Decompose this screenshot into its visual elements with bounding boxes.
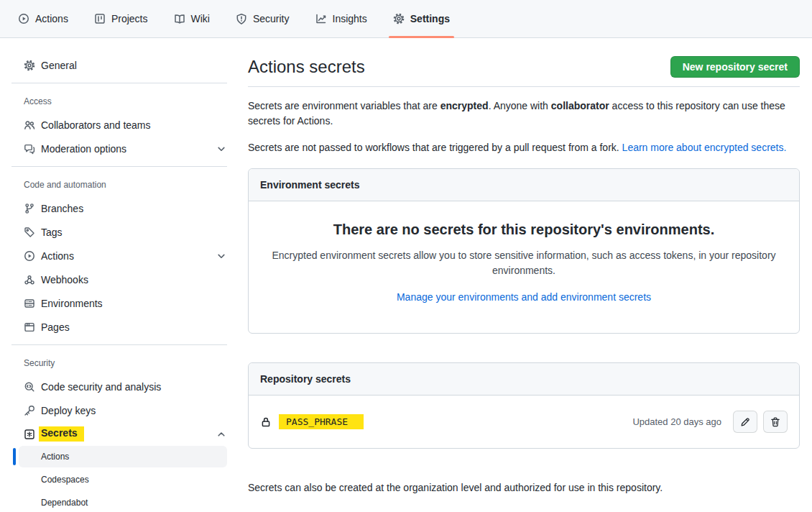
intro-paragraph-1: Secrets are environment variables that a… bbox=[248, 99, 800, 129]
intro-paragraph-2: Secrets are not passed to workflows that… bbox=[248, 140, 800, 155]
main-content: Actions secrets New repository secret Se… bbox=[238, 38, 812, 512]
sidebar-subitem-secrets-actions[interactable]: Actions bbox=[19, 446, 227, 467]
people-icon bbox=[24, 119, 35, 131]
sidebar-item-webhooks[interactable]: Webhooks bbox=[11, 268, 227, 291]
chevron-up-icon bbox=[216, 429, 227, 440]
settings-sidebar: General Access Collaborators and teams M… bbox=[0, 38, 237, 512]
empty-state-title: There are no secrets for this repository… bbox=[260, 221, 788, 238]
tab-insights[interactable]: Insights bbox=[310, 0, 373, 37]
book-icon bbox=[174, 13, 185, 24]
repository-secrets-header: Repository secrets bbox=[249, 363, 799, 396]
play-circle-icon bbox=[18, 13, 29, 24]
page-title: Actions secrets bbox=[248, 57, 365, 77]
shield-icon bbox=[236, 13, 247, 24]
secret-row-actions bbox=[733, 411, 788, 433]
sidebar-item-secrets[interactable]: Secrets bbox=[11, 422, 227, 446]
tab-security[interactable]: Security bbox=[230, 0, 295, 37]
organization-secrets-note: Secrets can also be created at the organ… bbox=[248, 480, 800, 495]
secrets-highlight-annotation: Secrets bbox=[39, 426, 84, 442]
new-repository-secret-button[interactable]: New repository secret bbox=[670, 56, 800, 78]
sidebar-item-general[interactable]: General bbox=[11, 53, 227, 77]
sidebar-section-code-automation: Code and automation bbox=[11, 173, 227, 196]
lock-icon bbox=[260, 416, 272, 428]
repository-secrets-card: Repository secrets PASS_PHRASE Updated 2… bbox=[248, 362, 800, 449]
edit-secret-button[interactable] bbox=[733, 411, 757, 433]
asterisk-box-icon bbox=[24, 429, 35, 440]
secret-row: PASS_PHRASE Updated 20 days ago bbox=[249, 396, 799, 448]
tag-icon bbox=[24, 227, 35, 238]
server-icon bbox=[24, 298, 35, 309]
sidebar-item-actions[interactable]: Actions bbox=[11, 244, 227, 268]
tab-actions[interactable]: Actions bbox=[12, 0, 74, 37]
sidebar-divider bbox=[11, 344, 227, 345]
sidebar-section-security: Security bbox=[11, 351, 227, 375]
gear-icon bbox=[24, 60, 35, 71]
learn-more-link[interactable]: Learn more about encrypted secrets. bbox=[622, 142, 787, 153]
secret-name-highlight-annotation: PASS_PHRASE bbox=[279, 414, 364, 429]
sidebar-section-access: Access bbox=[11, 89, 227, 113]
sidebar-item-code-security[interactable]: Code security and analysis bbox=[11, 375, 227, 398]
secret-updated-timestamp: Updated 20 days ago bbox=[632, 416, 721, 427]
project-icon bbox=[94, 13, 106, 24]
gear-icon bbox=[393, 13, 405, 24]
sidebar-item-branches[interactable]: Branches bbox=[11, 196, 227, 220]
sidebar-item-pages[interactable]: Pages bbox=[11, 315, 227, 339]
sidebar-divider bbox=[11, 166, 227, 167]
sidebar-divider bbox=[11, 83, 227, 83]
sidebar-item-deploy-keys[interactable]: Deploy keys bbox=[11, 398, 227, 422]
graph-icon bbox=[315, 13, 327, 24]
intro-text: Secrets are environment variables that a… bbox=[248, 99, 800, 155]
sidebar-subitem-secrets-codespaces[interactable]: Codespaces bbox=[19, 469, 227, 490]
webhook-icon bbox=[24, 274, 35, 285]
delete-secret-button[interactable] bbox=[763, 411, 788, 433]
sidebar-item-tags[interactable]: Tags bbox=[11, 220, 227, 244]
sidebar-subitem-secrets-dependabot[interactable]: Dependabot bbox=[19, 492, 227, 512]
environment-secrets-empty-state: There are no secrets for this repository… bbox=[249, 201, 799, 333]
chevron-down-icon bbox=[216, 143, 227, 155]
trash-icon bbox=[770, 416, 781, 428]
git-branch-icon bbox=[24, 203, 35, 214]
empty-state-description: Encrypted environment secrets allow you … bbox=[260, 248, 788, 278]
key-icon bbox=[24, 405, 35, 416]
environment-secrets-header: Environment secrets bbox=[249, 169, 799, 201]
pencil-icon bbox=[739, 416, 751, 428]
sidebar-item-collaborators[interactable]: Collaborators and teams bbox=[11, 113, 227, 137]
environment-secrets-card: Environment secrets There are no secrets… bbox=[248, 168, 800, 334]
browser-icon bbox=[24, 321, 35, 333]
tab-settings[interactable]: Settings bbox=[387, 0, 456, 37]
play-circle-icon bbox=[24, 250, 35, 262]
repo-tab-bar: Actions Projects Wiki Security Insights … bbox=[0, 0, 812, 38]
sidebar-item-moderation[interactable]: Moderation options bbox=[11, 137, 227, 160]
tab-projects[interactable]: Projects bbox=[88, 0, 154, 37]
chevron-down-icon bbox=[216, 250, 227, 262]
sidebar-item-environments[interactable]: Environments bbox=[11, 291, 227, 315]
comment-discussion-icon bbox=[24, 143, 35, 155]
manage-environments-link[interactable]: Manage your environments and add environ… bbox=[397, 291, 651, 303]
code-scan-icon bbox=[24, 381, 35, 393]
page-header: Actions secrets New repository secret bbox=[248, 56, 800, 87]
tab-wiki[interactable]: Wiki bbox=[168, 0, 216, 37]
secret-row-meta: Updated 20 days ago bbox=[632, 411, 788, 433]
